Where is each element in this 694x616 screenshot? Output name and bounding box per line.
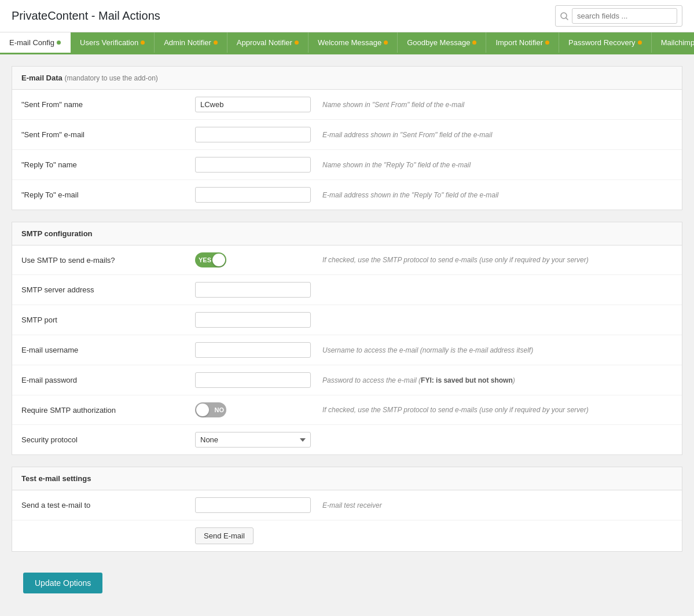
hint-require-auth: If checked, use the SMTP protocol to sen… [322, 406, 673, 414]
tab-mailchimp[interactable]: Mailchimp [652, 32, 694, 53]
tab-welcome-message-label: Welcome Message [318, 38, 381, 47]
input-email-password[interactable] [195, 372, 311, 388]
label-reply-to-email: "Reply To" e-mail [21, 190, 195, 199]
control-reply-to-name [195, 157, 311, 173]
tab-users-verification-label: Users Verification [80, 38, 138, 47]
form-row-security-protocol: Security protocol None SSL TLS [12, 425, 682, 454]
tab-password-recovery-dot [638, 41, 642, 45]
tab-approval-notifier-dot [295, 41, 299, 45]
label-email-password: E-mail password [21, 376, 195, 384]
input-sent-from-name[interactable] [195, 97, 311, 112]
input-reply-to-name[interactable] [195, 157, 311, 173]
form-row-sent-from-email: "Sent From" e-mail E-mail address shown … [12, 120, 682, 150]
form-row-send-test-email: Send a test e-mail to E-mail test receiv… [12, 490, 682, 520]
hint-email-password: Password to access the e-mail (FYI: is s… [322, 376, 673, 384]
hint-sent-from-email: E-mail address shown in "Sent From" fiel… [322, 131, 673, 139]
input-smtp-server[interactable] [195, 282, 311, 298]
label-use-smtp: Use SMTP to send e-mails? [21, 256, 195, 265]
input-test-email[interactable] [195, 497, 311, 513]
form-row-reply-to-name: "Reply To" name Name shown in the "Reply… [12, 150, 682, 180]
control-sent-from-email [195, 127, 311, 142]
tab-password-recovery[interactable]: Password Recovery [559, 32, 652, 53]
tab-import-notifier[interactable]: Import Notifier [486, 32, 559, 53]
tab-welcome-message-dot [384, 41, 388, 45]
form-row-sent-from-name: "Sent From" name Name shown in "Sent Fro… [12, 90, 682, 120]
tab-approval-notifier-label: Approval Notifier [237, 38, 292, 47]
tab-import-notifier-dot [545, 41, 549, 45]
update-bar: Update Options [12, 563, 682, 603]
search-icon [560, 12, 568, 20]
hint-send-test-email: E-mail test receiver [322, 501, 673, 509]
tab-approval-notifier[interactable]: Approval Notifier [227, 32, 309, 53]
toggle-use-smtp[interactable]: YES [195, 252, 226, 267]
smtp-section-title: SMTP configuration [12, 222, 682, 245]
send-email-button[interactable]: Send E-mail [195, 527, 254, 544]
email-data-section-title: E-mail Data (mandatory to use the add-on… [12, 67, 682, 90]
label-send-test-email: Send a test e-mail to [21, 501, 195, 509]
main-content: E-mail Data (mandatory to use the add-on… [0, 54, 694, 614]
control-reply-to-email [195, 187, 311, 203]
input-smtp-port[interactable] [195, 312, 311, 328]
tab-email-config-dot [57, 41, 61, 45]
email-data-section-subtitle: (mandatory to use the add-on) [64, 74, 157, 82]
label-smtp-port: SMTP port [21, 316, 195, 324]
tab-users-verification[interactable]: Users Verification [71, 32, 155, 53]
control-smtp-port [195, 312, 311, 328]
form-row-email-username: E-mail username Username to access the e… [12, 335, 682, 365]
control-send-test-email [195, 497, 311, 513]
tab-admin-notifier-dot [214, 41, 218, 45]
hint-email-username: Username to access the e-mail (normally … [322, 346, 673, 354]
select-security-protocol[interactable]: None SSL TLS [195, 432, 311, 448]
hint-reply-to-email: E-mail address shown in the "Reply To" f… [322, 191, 673, 199]
page-header: PrivateContent - Mail Actions [0, 0, 694, 32]
label-smtp-server: SMTP server address [21, 285, 195, 294]
form-row-require-auth: Require SMTP authorization NO If checked… [12, 395, 682, 425]
label-sent-from-email: "Sent From" e-mail [21, 130, 195, 139]
search-input[interactable] [572, 8, 677, 24]
control-require-auth: NO [195, 402, 311, 417]
control-smtp-server [195, 282, 311, 298]
tab-goodbye-message-dot [472, 41, 476, 45]
tab-users-verification-dot [141, 41, 145, 45]
tab-password-recovery-label: Password Recovery [568, 38, 636, 47]
form-row-send-button: Send E-mail [12, 520, 682, 551]
tab-import-notifier-label: Import Notifier [495, 38, 543, 47]
hint-password-suffix: ) [513, 376, 515, 384]
toggle-use-smtp-label: YES [199, 256, 211, 263]
search-wrap [555, 5, 682, 27]
tab-goodbye-message-label: Goodbye Message [407, 38, 470, 47]
input-email-username[interactable] [195, 342, 311, 358]
control-email-password [195, 372, 311, 388]
form-row-smtp-server: SMTP server address [12, 275, 682, 305]
tab-email-config-label: E-mail Config [9, 38, 54, 47]
email-data-section: E-mail Data (mandatory to use the add-on… [12, 66, 682, 210]
svg-line-1 [566, 18, 568, 20]
label-reply-to-name: "Reply To" name [21, 160, 195, 169]
form-row-reply-to-email: "Reply To" e-mail E-mail address shown i… [12, 180, 682, 210]
test-section: Test e-mail settings Send a test e-mail … [12, 467, 682, 552]
toggle-require-auth-knob [196, 404, 209, 416]
tab-bar: E-mail Config Users Verification Admin N… [0, 32, 694, 54]
tab-mailchimp-label: Mailchimp [661, 38, 694, 47]
toggle-use-smtp-knob [212, 254, 225, 266]
input-reply-to-email[interactable] [195, 187, 311, 203]
hint-password-bold: FYI: is saved but not shown [421, 376, 513, 384]
input-sent-from-email[interactable] [195, 127, 311, 142]
hint-reply-to-name: Name shown in the "Reply To" field of th… [322, 161, 673, 169]
page-title: PrivateContent - Mail Actions [12, 9, 160, 23]
toggle-require-auth[interactable]: NO [195, 402, 226, 417]
label-security-protocol: Security protocol [21, 435, 195, 444]
form-row-email-password: E-mail password Password to access the e… [12, 365, 682, 395]
control-security-protocol: None SSL TLS [195, 432, 311, 448]
hint-password-prefix: Password to access the e-mail ( [322, 376, 421, 384]
hint-use-smtp: If checked, use the SMTP protocol to sen… [322, 256, 673, 264]
tab-goodbye-message[interactable]: Goodbye Message [398, 32, 486, 53]
toggle-require-auth-label: NO [215, 406, 225, 413]
update-options-button[interactable]: Update Options [23, 573, 102, 593]
label-require-auth: Require SMTP authorization [21, 406, 195, 415]
form-row-smtp-port: SMTP port [12, 305, 682, 335]
test-section-title: Test e-mail settings [12, 467, 682, 490]
tab-admin-notifier[interactable]: Admin Notifier [155, 32, 227, 53]
tab-welcome-message[interactable]: Welcome Message [309, 32, 398, 53]
tab-email-config[interactable]: E-mail Config [0, 32, 71, 53]
